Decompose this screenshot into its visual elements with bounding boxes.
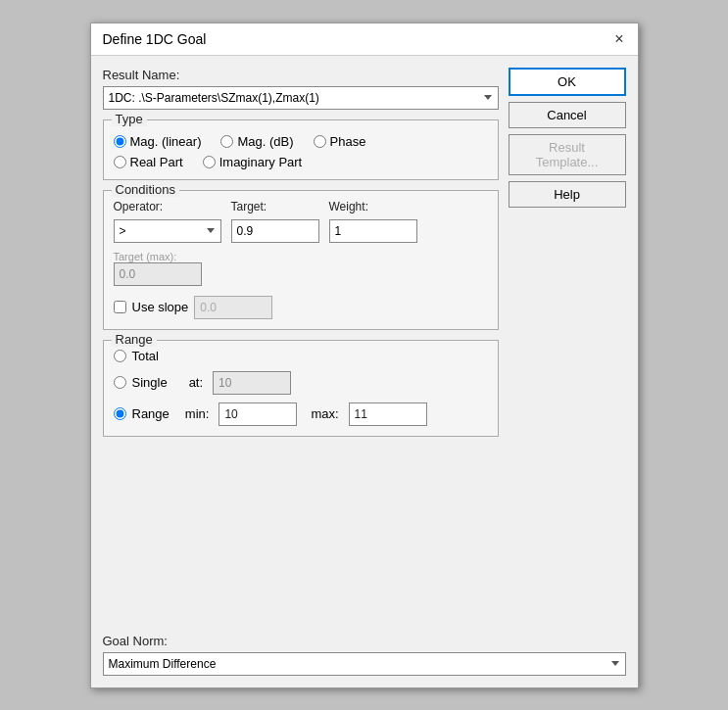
ok-button[interactable]: OK: [509, 68, 626, 96]
conditions-grid: Operator: Target: Weight: > <: [114, 199, 488, 319]
single-row: Single at:: [114, 371, 488, 395]
weight-col: Weight:: [329, 199, 417, 213]
mag-db-option: Mag. (dB): [220, 134, 293, 149]
target-col: Target:: [231, 199, 319, 213]
single-radio[interactable]: [114, 376, 126, 389]
range-options: Total Single at: Range min: max:: [114, 349, 488, 426]
type-row-1: Mag. (linear) Mag. (dB) Phase: [114, 130, 488, 149]
mag-linear-label[interactable]: Mag. (linear): [130, 134, 202, 149]
title-bar: Define 1DC Goal ×: [91, 24, 638, 56]
range-label-text[interactable]: Range: [132, 406, 170, 421]
real-part-label[interactable]: Real Part: [130, 155, 183, 169]
target-label: Target:: [231, 200, 267, 213]
dialog-title: Define 1DC Goal: [103, 31, 207, 47]
total-label[interactable]: Total: [132, 349, 159, 363]
max-label: max:: [311, 406, 338, 421]
at-label: at:: [189, 375, 203, 390]
phase-option: Phase: [314, 134, 366, 149]
range-max-input[interactable]: [349, 402, 427, 426]
right-panel: OK Cancel Result Template... Help: [509, 68, 626, 622]
use-slope-checkbox[interactable]: [114, 301, 126, 313]
operator-select[interactable]: > < = >= <=: [114, 219, 221, 243]
result-name-select[interactable]: 1DC: .\S-Parameters\SZmax(1),Zmax(1): [103, 86, 499, 110]
total-radio[interactable]: [114, 350, 126, 362]
dialog-body: Result Name: 1DC: .\S-Parameters\SZmax(1…: [91, 56, 638, 634]
slope-row: Use slope: [114, 296, 488, 319]
imaginary-part-label[interactable]: Imaginary Part: [219, 155, 303, 169]
range-group-title: Range: [112, 332, 157, 347]
mag-linear-option: Mag. (linear): [114, 134, 202, 149]
conditions-group: Conditions Operator: Target: Weight:: [103, 190, 499, 330]
help-button[interactable]: Help: [509, 181, 626, 208]
range-group: Range Total Single at: Range: [103, 340, 499, 437]
type-group: Type Mag. (linear) Mag. (dB) Phase: [103, 119, 499, 180]
dialog-window: Define 1DC Goal × Result Name: 1DC: .\S-…: [90, 23, 639, 688]
single-label[interactable]: Single: [132, 375, 168, 390]
phase-radio[interactable]: [314, 135, 326, 148]
conditions-inputs-row: > < = >= <=: [114, 219, 488, 243]
slope-input[interactable]: [194, 296, 272, 319]
target-input[interactable]: [231, 219, 319, 243]
conditions-labels-row: Operator: Target: Weight:: [114, 199, 488, 213]
min-label: min:: [185, 406, 210, 421]
operator-label: Operator:: [114, 200, 164, 213]
cancel-button[interactable]: Cancel: [509, 102, 626, 128]
goal-norm-section: Goal Norm: Maximum Difference RMS Differ…: [91, 634, 638, 687]
use-slope-label[interactable]: Use slope: [132, 300, 189, 314]
total-row: Total: [114, 349, 488, 363]
range-min-input[interactable]: [218, 402, 297, 426]
single-at-input[interactable]: [213, 371, 291, 395]
target-max-input[interactable]: [114, 262, 202, 286]
goal-norm-select[interactable]: Maximum Difference RMS Difference Sum of…: [103, 652, 626, 676]
operator-col: Operator:: [114, 199, 221, 213]
mag-db-label[interactable]: Mag. (dB): [237, 134, 293, 149]
result-template-button[interactable]: Result Template...: [509, 134, 626, 175]
target-max-label: Target (max):: [114, 251, 488, 262]
left-panel: Result Name: 1DC: .\S-Parameters\SZmax(1…: [103, 68, 499, 622]
weight-label: Weight:: [329, 200, 368, 213]
weight-input[interactable]: [329, 219, 417, 243]
close-button[interactable]: ×: [612, 31, 625, 47]
real-part-option: Real Part: [114, 155, 183, 169]
goal-norm-label: Goal Norm:: [103, 634, 626, 648]
result-name-section: Result Name: 1DC: .\S-Parameters\SZmax(1…: [103, 68, 499, 110]
target-max-section: Target (max):: [114, 249, 488, 286]
conditions-group-title: Conditions: [112, 182, 179, 197]
range-row-inputs: Range min: max:: [114, 402, 488, 426]
type-row-2: Real Part Imaginary Part: [114, 151, 488, 169]
real-part-radio[interactable]: [114, 156, 126, 168]
mag-linear-radio[interactable]: [114, 135, 126, 148]
imaginary-part-radio[interactable]: [203, 156, 216, 168]
mag-db-radio[interactable]: [220, 135, 233, 148]
type-group-title: Type: [112, 112, 147, 126]
range-radio[interactable]: [114, 407, 126, 420]
phase-label[interactable]: Phase: [330, 134, 366, 149]
result-name-label: Result Name:: [103, 68, 499, 82]
imaginary-part-option: Imaginary Part: [203, 155, 303, 169]
